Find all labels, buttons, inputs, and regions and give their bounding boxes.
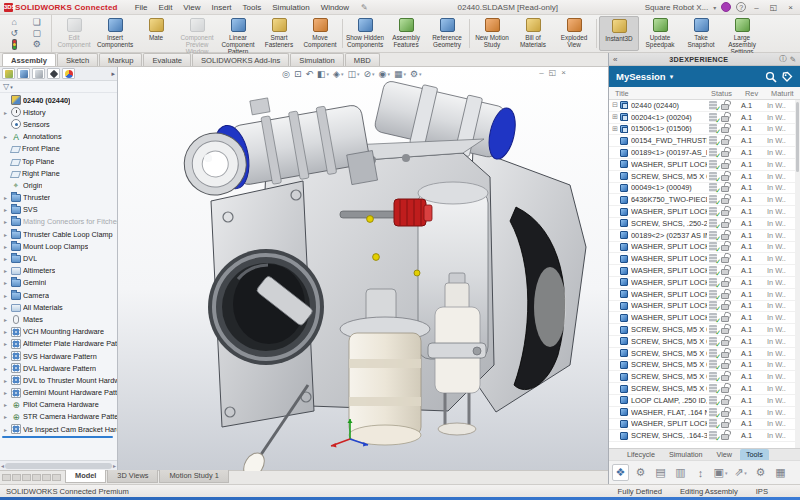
expand-arrow-icon[interactable]: ▸ xyxy=(2,389,9,396)
toolbar-button-show-hidden-components[interactable]: Show Hidden Components xyxy=(345,16,385,51)
account-name[interactable]: Square Robot X... xyxy=(645,3,709,12)
part-row[interactable]: ⊞ 00204<1> (00204) A.1 In W.. xyxy=(609,112,800,124)
expand-arrow-icon[interactable]: ▸ xyxy=(2,401,9,408)
graphics-viewport[interactable]: ◎▾⊡▾↶▾◧▾◈▾◫▾⊘▾◉▾▦▾⚙▾ – ◱ × xyxy=(118,67,608,470)
tree-filter[interactable]: ▽▾ xyxy=(0,81,117,93)
part-row[interactable]: 00189<1> (00197-AS_INSTALLED) A.1 In W.. xyxy=(609,147,800,159)
feature-tree-item[interactable]: ▸ Vis Inspect Cam Bracket Hardware xyxy=(0,423,117,435)
feature-tree-item[interactable]: Sensors xyxy=(0,118,117,130)
expand-arrow-icon[interactable]: ▸ xyxy=(2,426,9,433)
help-icon[interactable]: ? xyxy=(736,2,746,12)
feature-tree-item[interactable]: ▸ Thruster Cable Loop Clamp xyxy=(0,228,117,240)
menu-item[interactable]: Tools xyxy=(238,2,267,13)
part-row[interactable]: WASHER, SPLIT LOCK, M5 SCR... A.1 In W.. xyxy=(609,242,800,254)
feature-tree-item[interactable]: ▸ A Annotations xyxy=(0,131,117,143)
toolbar-button-large-assembly-settings[interactable]: Large Assembly Settings xyxy=(722,16,762,51)
tab-motion-study-1[interactable]: Motion Study 1 xyxy=(159,469,228,483)
row-expander-icon[interactable]: ⊞ xyxy=(611,113,619,121)
toolbar-button-component-preview-window[interactable]: Component Preview Window xyxy=(177,16,217,51)
expand-arrow-icon[interactable]: ▸ xyxy=(2,267,9,274)
part-row[interactable]: ⊞ 01506<1> (01506) A.1 In W.. xyxy=(609,124,800,136)
collapse-panel-icon[interactable]: « xyxy=(613,55,617,64)
configurationmanager-tab[interactable] xyxy=(32,68,45,79)
settings-gear-icon[interactable]: ⚙ xyxy=(752,464,769,481)
toolbar-button-exploded-view[interactable]: Exploded View xyxy=(554,16,594,51)
pane-splitter-cells[interactable] xyxy=(0,471,65,481)
tab-simulation[interactable]: Simulation xyxy=(290,53,343,66)
yellow-plug[interactable] xyxy=(373,254,380,261)
toolbar-button-move-component[interactable]: Move Component xyxy=(300,16,340,51)
feature-tree-item[interactable]: ▸ ⊕ Pilot Camera Hardware xyxy=(0,399,117,411)
dimxpertmanager-tab[interactable] xyxy=(47,68,60,79)
toolbar-button-edit-component[interactable]: Edit Component xyxy=(54,16,94,51)
chevron-down-icon[interactable]: ▾ xyxy=(713,4,716,11)
search-icon[interactable] xyxy=(765,71,777,83)
avatar[interactable] xyxy=(721,2,731,12)
part-row[interactable]: 00154_FWD_THRUSTER<1> (00... A.1 In W.. xyxy=(609,135,800,147)
expand-arrow-icon[interactable]: ▸ xyxy=(2,109,9,116)
expand-arrow-icon[interactable]: ▸ xyxy=(2,377,9,384)
toolbar-button-take-snapshot[interactable]: Take Snapshot xyxy=(681,16,721,51)
feature-tree-item[interactable]: ▸ ⊕ STR Camera Hardware Pattern 1 xyxy=(0,411,117,423)
feature-tree-item[interactable]: ▸ Altimeters xyxy=(0,265,117,277)
mysession-bar[interactable]: MySession ▾ xyxy=(609,66,800,87)
menu-item[interactable]: View xyxy=(178,2,205,13)
panel-tab-lifecycle[interactable]: Lifecycle xyxy=(621,449,661,460)
part-row[interactable]: SCREW, SHCS, M5 X 0.8 MM TH... A.1 In W.… xyxy=(609,171,800,183)
minimize-button[interactable]: – xyxy=(751,3,761,12)
tree-horizontal-scrollbar[interactable]: ◂▸ xyxy=(0,460,117,470)
toolbar-button-insert-components[interactable]: Insert Components xyxy=(95,16,135,51)
expand-arrow-icon[interactable]: ▸ xyxy=(2,340,9,347)
session-name[interactable]: MySession xyxy=(616,71,666,82)
feature-tree-item[interactable]: ▸ Gemini Mount Hardware Pattern xyxy=(0,387,117,399)
tab-model[interactable]: Model xyxy=(65,469,106,483)
tab-mbd[interactable]: MBD xyxy=(345,53,380,66)
row-expander-icon[interactable]: ⊞ xyxy=(611,125,619,133)
scrollbar-thumb[interactable] xyxy=(5,463,112,469)
restore-button[interactable]: ◱ xyxy=(767,3,781,12)
toolbar-button-smart-fasteners[interactable]: Smart Fasteners xyxy=(259,16,299,51)
expand-arrow-icon[interactable]: ▸ xyxy=(2,279,9,286)
propertymanager-tab[interactable] xyxy=(17,68,30,79)
row-expander-icon[interactable]: ⊟ xyxy=(611,101,619,109)
part-row[interactable]: WASHER, SPLIT LOCK, .164 NO... A.1 In W.… xyxy=(609,419,800,431)
feature-tree-item[interactable]: Right Plane xyxy=(0,167,117,179)
panel-scrollbar[interactable] xyxy=(795,100,800,448)
expand-arrow-icon[interactable]: ▸ xyxy=(2,365,9,372)
toolbar-button-mate[interactable]: Mate xyxy=(136,16,176,51)
tab-assembly[interactable]: Assembly xyxy=(2,53,56,66)
panel-tab-tools[interactable]: Tools xyxy=(740,449,769,460)
export-icon[interactable]: ⇗▾ xyxy=(732,464,749,481)
feature-tree-item[interactable]: ▸ SVS xyxy=(0,204,117,216)
feature-tree-item[interactable]: 02440 (02440) xyxy=(0,94,117,106)
table-icon[interactable]: ▦ xyxy=(772,464,789,481)
undo-icon[interactable]: ↺ xyxy=(3,28,26,38)
feature-tree-item[interactable]: ▸ Mount Loop Clamps xyxy=(0,240,117,252)
column-status[interactable]: Status xyxy=(711,89,745,98)
expand-arrow-icon[interactable]: ▸ xyxy=(2,133,9,140)
pin-panel-icon[interactable]: ✎ xyxy=(790,55,796,64)
expand-arrow-icon[interactable]: ▸ xyxy=(2,292,9,299)
feature-tree-item[interactable]: Top Plane xyxy=(0,155,117,167)
part-row[interactable]: WASHER, SPLIT LOCK, M5 SCR... A.1 In W.. xyxy=(609,265,800,277)
toolbar-button-bill-of-materials[interactable]: Bill of Materials xyxy=(513,16,553,51)
pin-menu-icon[interactable]: ✎ xyxy=(358,3,371,12)
rollback-bar[interactable] xyxy=(2,436,113,438)
feature-tree-item[interactable]: ▸ Altimeter Plate Hardware Pattern xyxy=(0,338,117,350)
part-row[interactable]: 6436K750_TWO-PIECE CLAMP-... A.1 In W.. xyxy=(609,194,800,206)
expand-arrow-icon[interactable]: ▸ xyxy=(2,194,9,201)
tab-markup[interactable]: Markup xyxy=(99,53,142,66)
info-icon[interactable]: ⓘ xyxy=(779,54,787,64)
print-icon[interactable]: ▣▾ xyxy=(712,464,729,481)
part-row[interactable]: WASHER, SPLIT LOCK, M5 SCR... A.1 In W.. xyxy=(609,253,800,265)
menu-item[interactable]: Simulation xyxy=(267,2,314,13)
part-row[interactable]: SCREW, SHCS, .164-32 UNC-3A... A.1 In W.… xyxy=(609,430,800,442)
feature-tree-item[interactable]: ▸ Camera xyxy=(0,289,117,301)
part-row[interactable]: SCREW, SHCS, .250-28 UNF-3A ... A.1 In W… xyxy=(609,218,800,230)
displaymanager-tab[interactable] xyxy=(62,68,75,79)
yellow-plug[interactable] xyxy=(414,270,420,276)
menu-item[interactable]: Insert xyxy=(207,2,237,13)
part-row[interactable]: SCREW, SHCS, M5 X 0.8 MM TH... A.1 In W.… xyxy=(609,371,800,383)
expand-arrow-icon[interactable]: ▸ xyxy=(2,304,9,311)
part-row[interactable]: SCREW, SHCS, M5 X 0.8 MM TH... A.1 In W.… xyxy=(609,383,800,395)
